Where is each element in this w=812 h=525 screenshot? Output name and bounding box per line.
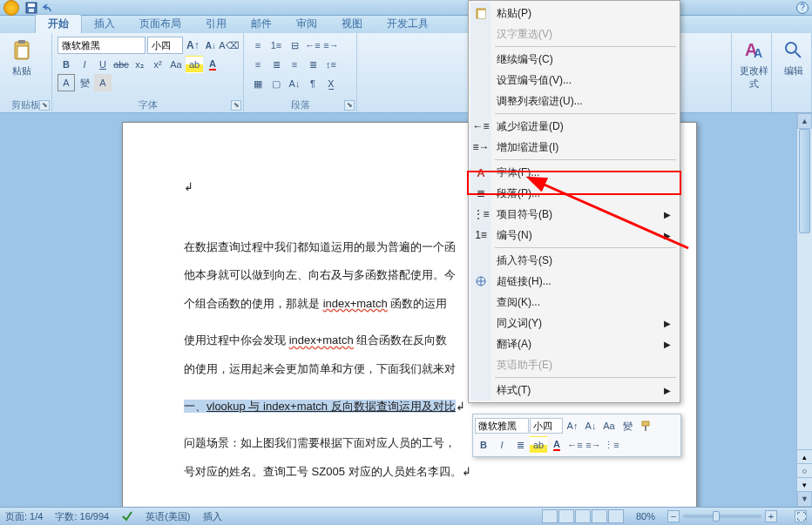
tab-home[interactable]: 开始 — [35, 14, 82, 33]
menu-bullets[interactable]: ⋮≡项目符号(B)▶ — [470, 204, 678, 225]
vertical-scrollbar[interactable]: ▲ ▴ ○ ▾ ▼ — [796, 113, 812, 507]
bullets-button[interactable]: ≡ — [249, 37, 267, 54]
zoom-level[interactable]: 80% — [636, 511, 655, 522]
tab-mailings[interactable]: 邮件 — [239, 15, 284, 33]
mini-bold[interactable]: B — [475, 436, 492, 454]
subscript-button[interactable]: x₂ — [131, 56, 148, 73]
status-words[interactable]: 字数: 16/994 — [55, 510, 109, 523]
font-size-combo[interactable]: 小四 — [147, 37, 183, 54]
menu-adjust-list-indent[interactable]: 调整列表缩进(U)... — [470, 91, 678, 111]
help-button[interactable]: ? — [796, 2, 809, 14]
mini-font-combo[interactable]: 微软雅黑 — [475, 418, 529, 434]
strikethrough-button[interactable]: abc — [112, 56, 130, 73]
menu-lookup[interactable]: 查阅(K)... — [470, 292, 678, 313]
change-case-button[interactable]: Aa — [167, 56, 185, 73]
menu-paste[interactable]: 粘贴(P) — [470, 3, 678, 24]
mini-center[interactable]: ≣ — [511, 436, 529, 454]
menu-hyperlink[interactable]: 超链接(H)... — [470, 271, 678, 292]
paste-button[interactable]: 粘贴 — [3, 35, 40, 77]
office-button[interactable] — [3, 0, 19, 16]
mini-format-painter[interactable] — [637, 417, 654, 434]
mini-phonetic[interactable]: 變 — [619, 417, 636, 434]
align-left-button[interactable]: ≡ — [249, 56, 267, 73]
mini-change-case[interactable]: Aa — [600, 417, 618, 434]
zoom-in-button[interactable]: + — [765, 510, 777, 522]
tab-references[interactable]: 引用 — [193, 15, 239, 33]
prev-page-button[interactable]: ▴ — [797, 449, 812, 463]
font-launcher[interactable]: ⬊ — [231, 100, 241, 111]
font-name-combo[interactable]: 微软雅黑 — [58, 37, 145, 54]
text-direction-button[interactable]: X̲ — [322, 75, 340, 92]
shrink-font-button[interactable]: A↓ — [203, 37, 219, 54]
mini-decrease-indent[interactable]: ←≡ — [566, 436, 584, 454]
mini-grow-font[interactable]: A↑ — [564, 417, 581, 434]
zoom-slider[interactable] — [683, 515, 761, 518]
tab-layout[interactable]: 页面布局 — [127, 15, 193, 33]
superscript-button[interactable]: x² — [149, 56, 166, 73]
qat-undo-icon[interactable] — [42, 1, 56, 15]
italic-button[interactable]: I — [76, 56, 93, 73]
menu-increase-indent[interactable]: ≡→增加缩进量(I) — [470, 137, 678, 158]
tab-insert[interactable]: 插入 — [82, 15, 127, 33]
view-draft[interactable] — [608, 509, 624, 523]
phonetic-button[interactable]: 變 — [76, 74, 93, 91]
clipboard-launcher[interactable]: ⬊ — [39, 100, 50, 111]
show-formatting-button[interactable]: ¶ — [304, 75, 321, 92]
next-page-button[interactable]: ▾ — [797, 477, 812, 491]
menu-paragraph[interactable]: ≣段落(P)... — [470, 183, 678, 204]
mini-highlight[interactable]: ab — [530, 436, 547, 454]
status-proofing-icon[interactable] — [121, 509, 133, 523]
scroll-down-button[interactable]: ▼ — [797, 491, 812, 507]
paragraph-launcher[interactable]: ⬊ — [344, 100, 355, 111]
clear-formatting-button[interactable]: A⌫ — [220, 37, 238, 54]
justify-button[interactable]: ≣ — [304, 56, 321, 73]
tab-view[interactable]: 视图 — [329, 15, 375, 33]
scroll-thumb[interactable] — [799, 129, 810, 233]
zoom-slider-thumb[interactable] — [713, 511, 720, 522]
zoom-out-button[interactable]: − — [667, 510, 680, 522]
mini-italic[interactable]: I — [493, 436, 511, 454]
change-style-button[interactable]: AA 更改样式 — [735, 35, 772, 91]
menu-continue-numbering[interactable]: 继续编号(C) — [470, 49, 678, 70]
borders-button[interactable]: ▢ — [267, 75, 285, 92]
find-button[interactable]: 编辑 — [775, 35, 812, 77]
view-print-layout[interactable] — [542, 509, 558, 523]
font-color-button[interactable]: A — [204, 56, 221, 73]
status-insert-mode[interactable]: 插入 — [203, 510, 222, 523]
view-web-layout[interactable] — [575, 509, 591, 523]
fullscreen-button[interactable]: ⛶ — [795, 510, 807, 522]
mini-shrink-font[interactable]: A↓ — [582, 417, 599, 434]
menu-decrease-indent[interactable]: ←≡减少缩进量(D) — [470, 116, 678, 137]
char-shading-button[interactable]: A — [94, 74, 112, 91]
increase-indent-button[interactable]: ≡→ — [322, 37, 340, 54]
shading-button[interactable]: ▦ — [249, 75, 267, 92]
line-spacing-button[interactable]: ↕≡ — [322, 56, 340, 73]
view-outline[interactable] — [592, 509, 607, 523]
menu-insert-symbol[interactable]: 插入符号(S) — [470, 250, 678, 271]
numbering-button[interactable]: 1≡ — [267, 37, 285, 54]
menu-numbering[interactable]: 1≡编号(N)▶ — [470, 225, 678, 246]
status-language[interactable]: 英语(美国) — [145, 510, 190, 523]
menu-set-number-value[interactable]: 设置编号值(V)... — [470, 70, 678, 91]
underline-button[interactable]: U — [94, 56, 112, 73]
mini-font-color[interactable]: A — [548, 436, 565, 454]
menu-font[interactable]: A字体(F)... — [470, 162, 678, 183]
menu-translate[interactable]: 翻译(A)▶ — [470, 333, 678, 354]
grow-font-button[interactable]: A↑ — [185, 37, 200, 54]
multilevel-button[interactable]: ⊟ — [286, 37, 303, 54]
align-center-button[interactable]: ≣ — [267, 56, 285, 73]
bold-button[interactable]: B — [58, 56, 75, 73]
menu-synonyms[interactable]: 同义词(Y)▶ — [470, 313, 678, 333]
char-border-button[interactable]: A — [58, 74, 75, 91]
qat-save-icon[interactable] — [24, 1, 38, 15]
tab-developer[interactable]: 开发工具 — [375, 15, 441, 33]
mini-increase-indent[interactable]: ≡→ — [585, 436, 602, 454]
decrease-indent-button[interactable]: ←≡ — [304, 37, 321, 54]
align-right-button[interactable]: ≡ — [286, 56, 303, 73]
scroll-up-button[interactable]: ▲ — [797, 113, 812, 129]
tab-review[interactable]: 审阅 — [284, 15, 329, 33]
highlight-button[interactable]: ab — [186, 56, 203, 73]
browse-object-button[interactable]: ○ — [797, 463, 812, 477]
mini-bullets[interactable]: ⋮≡ — [603, 436, 620, 454]
mini-size-combo[interactable]: 小四 — [530, 418, 563, 434]
